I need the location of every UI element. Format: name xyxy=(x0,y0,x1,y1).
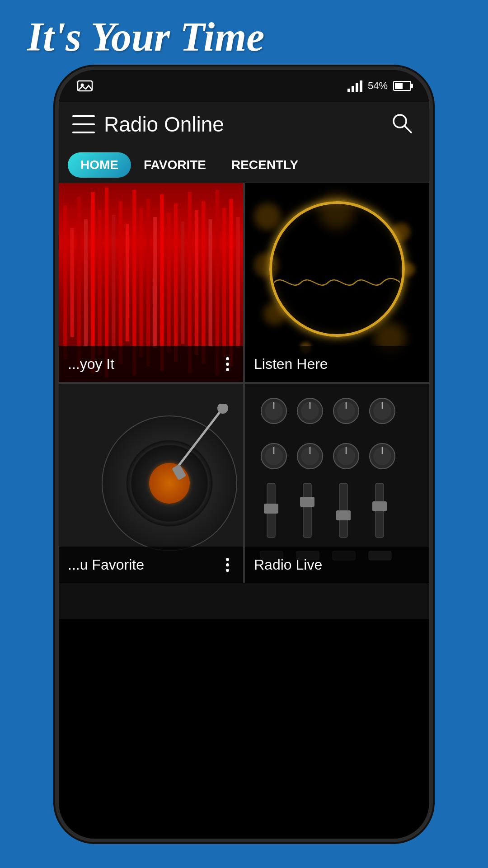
status-right: 54% xyxy=(347,80,411,92)
svg-rect-61 xyxy=(300,497,314,507)
svg-rect-63 xyxy=(336,510,351,520)
svg-rect-7 xyxy=(84,219,88,346)
card-favorite[interactable]: ...u Favorite xyxy=(59,384,243,583)
svg-rect-11 xyxy=(112,215,115,350)
svg-rect-59 xyxy=(264,504,278,514)
card-label-text-2: Listen Here xyxy=(254,356,420,373)
more-dot xyxy=(226,368,229,371)
svg-rect-13 xyxy=(126,224,129,341)
battery-icon xyxy=(393,81,411,91)
svg-rect-16 xyxy=(146,199,150,366)
svg-line-3 xyxy=(404,126,411,132)
card-label-text-4: Radio Live xyxy=(254,557,420,573)
notch xyxy=(185,70,303,93)
svg-rect-27 xyxy=(222,208,226,357)
menu-line-1 xyxy=(72,115,95,117)
bottom-nav xyxy=(59,583,429,619)
more-dot xyxy=(226,563,229,566)
signal-bars xyxy=(347,80,362,92)
battery-fill xyxy=(395,83,403,89)
search-button[interactable] xyxy=(391,112,416,137)
svg-rect-18 xyxy=(160,194,164,371)
page-background: It's Your Time xyxy=(0,0,488,868)
svg-rect-25 xyxy=(209,219,212,346)
tab-recently[interactable]: RECENTLY xyxy=(219,152,311,178)
tab-favorite[interactable]: FAVORITE xyxy=(131,152,219,178)
bokeh-dot xyxy=(254,203,281,230)
svg-rect-32 xyxy=(172,464,186,481)
card-label-text-3: ...u Favorite xyxy=(68,557,216,573)
svg-rect-29 xyxy=(236,217,240,348)
more-options-1[interactable] xyxy=(221,357,234,371)
svg-rect-15 xyxy=(140,208,143,357)
svg-rect-28 xyxy=(229,199,233,366)
card-radio-live[interactable]: Radio Live xyxy=(245,384,429,583)
signal-bar-2 xyxy=(352,86,354,92)
hero-title: It's Your Time xyxy=(27,14,264,60)
svg-rect-6 xyxy=(77,197,81,368)
svg-rect-20 xyxy=(174,203,178,362)
signal-bar-4 xyxy=(360,80,362,92)
signal-bar-3 xyxy=(356,83,358,92)
svg-rect-24 xyxy=(202,201,205,364)
svg-line-30 xyxy=(178,408,223,467)
app-title: Radio Online xyxy=(104,112,382,137)
more-dot xyxy=(226,558,229,561)
app-header: Radio Online xyxy=(59,102,429,147)
card-label-3: ...u Favorite xyxy=(59,547,243,583)
tab-home[interactable]: HOME xyxy=(68,152,131,178)
nav-tabs: HOME FAVORITE RECENTLY xyxy=(59,147,429,183)
svg-rect-4 xyxy=(63,206,67,359)
header-icons xyxy=(391,112,416,137)
svg-rect-19 xyxy=(167,212,171,353)
status-left xyxy=(77,79,93,93)
svg-rect-12 xyxy=(119,201,122,364)
svg-rect-23 xyxy=(195,210,198,355)
card-label-4: Radio Live xyxy=(245,547,429,583)
phone-screen: 54% Radio Online xyxy=(59,70,429,839)
tonearm-svg xyxy=(132,404,232,494)
more-options-3[interactable] xyxy=(221,558,234,572)
more-dot xyxy=(226,357,229,360)
menu-line-3 xyxy=(72,132,95,133)
content-grid: ...yoy It xyxy=(59,183,429,583)
menu-icon[interactable] xyxy=(72,115,95,133)
wave-svg xyxy=(274,269,400,296)
signal-bar-1 xyxy=(347,89,350,92)
battery-percent-text: 54% xyxy=(368,80,388,92)
more-dot xyxy=(226,363,229,366)
svg-rect-65 xyxy=(372,501,387,511)
image-icon xyxy=(77,79,93,93)
phone-device: 54% Radio Online xyxy=(59,70,429,839)
card-label-1: ...yoy It xyxy=(59,346,243,382)
svg-rect-5 xyxy=(70,228,74,337)
more-dot xyxy=(226,569,229,572)
card-enjoy-it[interactable]: ...yoy It xyxy=(59,183,243,382)
svg-rect-9 xyxy=(98,210,102,355)
card-label-text-1: ...yoy It xyxy=(68,356,216,373)
status-bar: 54% xyxy=(59,70,429,102)
svg-rect-60 xyxy=(303,483,311,538)
menu-line-2 xyxy=(72,123,95,125)
card-label-2: Listen Here xyxy=(245,346,429,382)
svg-rect-21 xyxy=(181,222,184,344)
card-listen-here[interactable]: Listen Here xyxy=(245,183,429,382)
phone-shell: 54% Radio Online xyxy=(59,70,429,839)
svg-rect-17 xyxy=(153,217,157,348)
